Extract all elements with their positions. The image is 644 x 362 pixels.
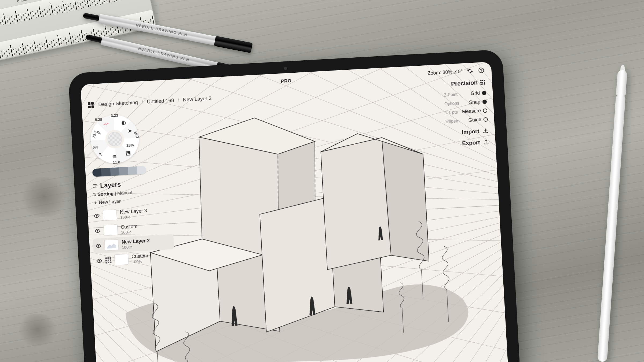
wheel-value: 11.8 bbox=[113, 160, 120, 164]
precision-left-label: Ellipse bbox=[445, 119, 458, 124]
wood-knot bbox=[16, 314, 59, 346]
breadcrumb-layer[interactable]: New Layer 2 bbox=[183, 95, 212, 103]
swatch[interactable] bbox=[92, 168, 102, 177]
layer-thumbnail bbox=[104, 224, 118, 236]
precision-right-label: Grid bbox=[471, 90, 480, 97]
visibility-toggle[interactable] bbox=[96, 258, 102, 264]
home-button[interactable] bbox=[87, 101, 95, 109]
settings-button[interactable] bbox=[466, 67, 474, 75]
export-label: Export bbox=[462, 139, 480, 147]
swatch[interactable] bbox=[101, 168, 111, 176]
layer-options-icon[interactable] bbox=[105, 257, 111, 263]
toggle-indicator[interactable] bbox=[482, 99, 487, 104]
precision-right-label: Guide bbox=[468, 117, 481, 123]
precision-right-label: Measure bbox=[462, 108, 481, 115]
ipad-device: PRO Zoom: 30% ∠0° Design Sketching / Unt… bbox=[68, 49, 521, 362]
svg-point-97 bbox=[97, 230, 98, 232]
visibility-toggle[interactable] bbox=[94, 213, 100, 219]
precision-left-label: 1:1 pts bbox=[445, 110, 458, 115]
pro-badge: PRO bbox=[281, 78, 292, 84]
layer-name: Custom bbox=[120, 224, 137, 230]
layer-opacity: 100% bbox=[121, 229, 138, 235]
breadcrumb-separator: / bbox=[178, 97, 180, 103]
layer-name: Custom bbox=[131, 253, 148, 260]
menu-icon[interactable] bbox=[92, 183, 98, 189]
layer-thumbnail bbox=[103, 209, 117, 221]
wheel-value: 3.23 bbox=[111, 113, 118, 118]
wheel-value: 28% bbox=[126, 143, 134, 148]
breadcrumb-root[interactable]: Design Sketching bbox=[98, 99, 138, 108]
svg-point-96 bbox=[96, 215, 98, 217]
layers-panel: Layers ⇅ Sorting | Manual ＋ New Layer Ne… bbox=[90, 176, 175, 269]
precision-right-label: Snap bbox=[469, 99, 480, 105]
breadcrumb-separator: / bbox=[141, 99, 143, 105]
precision-left-label: 2-Point bbox=[444, 92, 458, 98]
tool-wheel-hub[interactable] bbox=[107, 131, 122, 147]
import-label: Import bbox=[462, 128, 480, 135]
toggle-indicator[interactable] bbox=[483, 108, 487, 113]
ipad-bezel: PRO Zoom: 30% ∠0° Design Sketching / Unt… bbox=[68, 49, 521, 362]
breadcrumb-doc[interactable]: Untitled 168 bbox=[147, 97, 174, 105]
layer-thumbnail bbox=[114, 254, 129, 265]
help-icon bbox=[478, 67, 484, 73]
precision-panel: Precision 2-PointGridOptionsSnap1:1 ptsM… bbox=[441, 77, 491, 149]
toggle-indicator[interactable] bbox=[482, 91, 486, 95]
swatch[interactable] bbox=[119, 167, 129, 175]
help-button[interactable] bbox=[477, 66, 485, 74]
layer-opacity: 100% bbox=[132, 259, 149, 264]
export-icon bbox=[483, 139, 489, 145]
visibility-toggle[interactable] bbox=[95, 243, 101, 249]
zoom-readout: Zoom: 30% ∠0° bbox=[427, 68, 463, 76]
wood-knot bbox=[19, 177, 70, 217]
drag-handle-icon[interactable] bbox=[480, 80, 485, 85]
precision-title: Precision bbox=[451, 79, 478, 87]
precision-left-label: Options bbox=[444, 101, 459, 106]
svg-point-98 bbox=[98, 245, 99, 247]
svg-point-95 bbox=[481, 71, 481, 72]
swatch[interactable] bbox=[128, 166, 137, 175]
swatch[interactable] bbox=[110, 167, 119, 176]
grid-icon bbox=[88, 102, 94, 108]
svg-point-99 bbox=[98, 260, 100, 262]
gear-icon bbox=[467, 68, 473, 74]
wheel-value: 5.28 bbox=[95, 117, 102, 122]
svg-marker-91 bbox=[320, 138, 391, 270]
wheel-value: 0% bbox=[93, 145, 98, 149]
layers-title: Layers bbox=[100, 181, 121, 189]
visibility-toggle[interactable] bbox=[94, 228, 101, 234]
app-screen[interactable]: PRO Zoom: 30% ∠0° Design Sketching / Unt… bbox=[80, 62, 509, 362]
toggle-indicator[interactable] bbox=[483, 117, 488, 122]
layer-thumbnail bbox=[104, 239, 119, 251]
import-icon bbox=[482, 128, 488, 134]
